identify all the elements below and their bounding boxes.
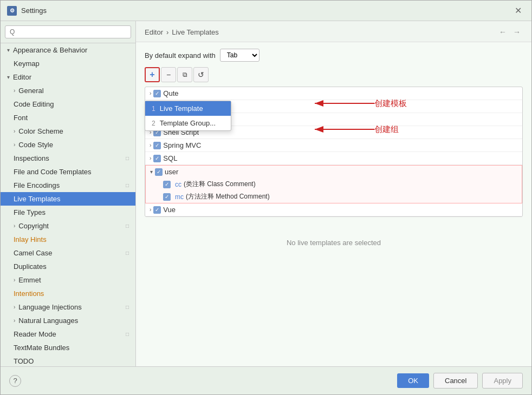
title-bar: ⚙ Settings ✕ bbox=[1, 1, 531, 21]
template-group-header-sql[interactable]: › ✓ SQL bbox=[145, 152, 522, 164]
template-group-qute: › ✓ Qute bbox=[145, 87, 522, 100]
chevron-icon: › bbox=[14, 304, 15, 310]
checkbox-qute[interactable]: ✓ bbox=[153, 90, 161, 97]
chevron-icon: ▾ bbox=[7, 47, 10, 53]
sidebar-item-live-templates[interactable]: Live Templates bbox=[1, 192, 135, 206]
checkbox-user[interactable]: ✓ bbox=[155, 168, 163, 176]
chevron-icon: › bbox=[14, 223, 15, 229]
sidebar-item-keymap[interactable]: Keymap bbox=[1, 57, 135, 70]
group-label-sql: SQL bbox=[163, 154, 177, 162]
template-key-mc: mc bbox=[175, 193, 184, 201]
checkbox-cc[interactable]: ✓ bbox=[163, 181, 171, 188]
chevron-icon: › bbox=[14, 142, 15, 148]
template-group-sql: › ✓ SQL bbox=[145, 152, 522, 165]
dropdown-num-1: 1 bbox=[152, 105, 155, 113]
sidebar-item-duplicates[interactable]: Duplicates bbox=[1, 260, 135, 273]
dropdown-item-template-group[interactable]: 2 Template Group... bbox=[145, 116, 231, 130]
group-label-vue: Vue bbox=[163, 206, 176, 214]
dropdown-item-live-template[interactable]: 1 Live Template bbox=[145, 101, 231, 116]
checkbox-spring-mvc[interactable]: ✓ bbox=[153, 142, 161, 149]
sidebar-item-color-scheme[interactable]: › Color Scheme bbox=[1, 124, 135, 138]
dropdown-num-2: 2 bbox=[152, 120, 155, 127]
sidebar-item-language-injections[interactable]: › Language Injections □ bbox=[1, 300, 135, 314]
chevron-icon: › bbox=[14, 128, 15, 134]
nav-back-button[interactable]: ← bbox=[497, 27, 509, 37]
sidebar-item-emmet[interactable]: › Emmet bbox=[1, 273, 135, 287]
template-item-mc[interactable]: ✓ mc (方法注释 Method Comment) bbox=[146, 190, 522, 203]
checkbox-sql[interactable]: ✓ bbox=[153, 155, 161, 162]
sidebar: ▾ Appearance & Behavior Keymap ▾ Editor … bbox=[1, 21, 136, 366]
chevron-icon: › bbox=[150, 90, 151, 96]
ok-button[interactable]: OK bbox=[397, 373, 429, 388]
expand-label: By default expand with bbox=[145, 51, 216, 60]
apply-button[interactable]: Apply bbox=[482, 373, 523, 389]
template-item-cc[interactable]: ✓ cc (类注释 Class Comment) bbox=[146, 178, 522, 190]
template-group-header-qute[interactable]: › ✓ Qute bbox=[145, 87, 522, 100]
expand-row: By default expand with Tab Enter Space bbox=[145, 49, 523, 62]
sidebar-item-file-encodings[interactable]: File Encodings □ bbox=[1, 179, 135, 192]
sidebar-item-inlay-hints[interactable]: Inlay Hints bbox=[1, 233, 135, 246]
expand-select[interactable]: Tab Enter Space bbox=[220, 49, 259, 62]
toolbar: + − ⧉ ↺ bbox=[145, 67, 523, 82]
template-group-header-spring-mvc[interactable]: › ✓ Spring MVC bbox=[145, 139, 522, 152]
sidebar-item-textmate-bundles[interactable]: TextMate Bundles bbox=[1, 341, 135, 354]
sidebar-item-font[interactable]: Font bbox=[1, 111, 135, 124]
chevron-icon: › bbox=[150, 155, 151, 161]
breadcrumb-live-templates: Live Templates bbox=[172, 28, 218, 36]
sidebar-item-camel-case[interactable]: Camel Case □ bbox=[1, 246, 135, 260]
dropdown-label-template-group: Template Group... bbox=[160, 119, 216, 127]
copy-button[interactable]: ⧉ bbox=[177, 67, 192, 82]
sidebar-item-editor[interactable]: ▾ Editor bbox=[1, 70, 135, 84]
sidebar-item-file-code-templates[interactable]: File and Code Templates bbox=[1, 165, 135, 179]
add-button[interactable]: + bbox=[145, 67, 160, 82]
remove-button[interactable]: − bbox=[161, 67, 176, 82]
no-selection-text: No live templates are selected bbox=[145, 228, 523, 258]
template-group-spring-mvc: › ✓ Spring MVC bbox=[145, 139, 522, 152]
sidebar-item-copyright[interactable]: › Copyright □ bbox=[1, 219, 135, 233]
chevron-icon: › bbox=[14, 318, 15, 324]
template-group-header-user[interactable]: ▾ ✓ user bbox=[146, 166, 522, 178]
sidebar-item-inspections[interactable]: Inspections □ bbox=[1, 152, 135, 165]
page-icon: □ bbox=[126, 304, 129, 310]
right-panel: Editor › Live Templates ← → By default e… bbox=[136, 21, 531, 366]
main-content: ▾ Appearance & Behavior Keymap ▾ Editor … bbox=[1, 21, 531, 366]
group-label-user: user bbox=[165, 168, 178, 176]
sidebar-item-intentions[interactable]: Intentions bbox=[1, 287, 135, 300]
page-icon: □ bbox=[126, 182, 129, 188]
search-box bbox=[1, 21, 135, 43]
add-dropdown-menu: 1 Live Template 2 Template Group... bbox=[145, 101, 231, 131]
breadcrumb: Editor › Live Templates ← → bbox=[136, 21, 531, 42]
sidebar-item-natural-languages[interactable]: › Natural Languages bbox=[1, 314, 135, 327]
help-button[interactable]: ? bbox=[9, 375, 21, 387]
sidebar-item-code-style[interactable]: › Code Style bbox=[1, 138, 135, 152]
close-button[interactable]: ✕ bbox=[511, 4, 525, 17]
sidebar-item-todo[interactable]: TODO bbox=[1, 354, 135, 366]
search-input[interactable] bbox=[5, 25, 131, 38]
template-desc-mc: (方法注释 Method Comment) bbox=[186, 192, 270, 201]
breadcrumb-editor: Editor bbox=[145, 28, 163, 36]
page-icon: □ bbox=[126, 155, 129, 161]
cancel-button[interactable]: Cancel bbox=[433, 373, 478, 389]
chevron-icon: › bbox=[150, 142, 151, 148]
chevron-icon: ▾ bbox=[150, 169, 153, 175]
group-label-spring-mvc: Spring MVC bbox=[163, 141, 201, 149]
sidebar-item-file-types[interactable]: File Types bbox=[1, 206, 135, 219]
reset-button[interactable]: ↺ bbox=[193, 67, 209, 82]
breadcrumb-separator: › bbox=[166, 28, 168, 36]
sidebar-item-appearance[interactable]: ▾ Appearance & Behavior bbox=[1, 43, 135, 57]
panel-content: By default expand with Tab Enter Space +… bbox=[136, 42, 531, 366]
chevron-icon: › bbox=[150, 207, 151, 213]
sidebar-item-reader-mode[interactable]: Reader Mode □ bbox=[1, 327, 135, 341]
chevron-icon: › bbox=[14, 277, 15, 283]
page-icon: □ bbox=[126, 331, 129, 337]
sidebar-item-code-editing[interactable]: Code Editing bbox=[1, 97, 135, 111]
bottom-bar: ? OK Cancel Apply bbox=[1, 366, 531, 394]
dropdown-label-live-template: Live Template bbox=[160, 104, 203, 113]
breadcrumb-nav: ← → bbox=[497, 27, 523, 37]
nav-forward-button[interactable]: → bbox=[511, 27, 523, 37]
sidebar-item-general[interactable]: › General bbox=[1, 84, 135, 97]
checkbox-vue[interactable]: ✓ bbox=[153, 206, 161, 214]
chevron-icon: ▾ bbox=[7, 74, 10, 80]
template-group-header-vue[interactable]: › ✓ Vue bbox=[145, 203, 522, 216]
checkbox-mc[interactable]: ✓ bbox=[163, 193, 171, 201]
